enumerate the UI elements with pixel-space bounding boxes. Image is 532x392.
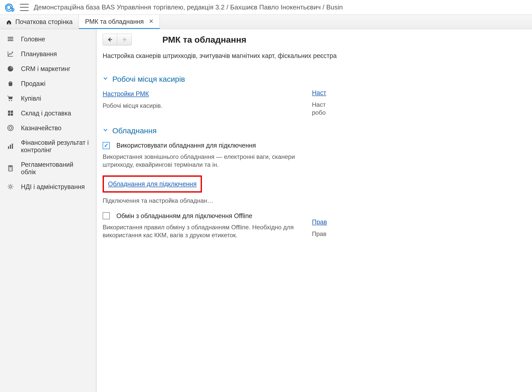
sidebar-item-label: Склад і доставка <box>21 110 71 117</box>
tab-label: Початкова сторінка <box>15 18 72 26</box>
sidebar-item-crm[interactable]: CRM і маркетинг <box>0 61 96 76</box>
sidebar-item-label: Головне <box>21 35 45 43</box>
sidebar-item-planning[interactable]: Планування <box>0 46 96 61</box>
sidebar-item-finance[interactable]: Фінансовий результат і контролінг <box>0 135 96 157</box>
calc-icon <box>7 164 14 172</box>
svg-point-20 <box>9 186 12 188</box>
gear-icon <box>7 183 14 191</box>
use-equipment-desc: Використання зовнішнього обладнання — ел… <box>103 153 307 169</box>
sidebar-item-admin[interactable]: НДІ і адміністрування <box>0 179 96 194</box>
checkbox-label: Обмін з обладнанням для підключення Offl… <box>116 212 252 220</box>
grid-icon <box>7 109 14 117</box>
sidebar-item-label: CRM і маркетинг <box>21 65 70 73</box>
close-icon[interactable]: ✕ <box>149 18 153 25</box>
topbar: Демонстраційна база BAS Управління торгі… <box>0 0 532 15</box>
tab-rmk[interactable]: РМК та обладнання ✕ <box>79 15 160 29</box>
coin-icon <box>7 124 14 132</box>
svg-point-4 <box>11 100 12 101</box>
svg-rect-0 <box>8 37 13 38</box>
checkbox-offline-exchange[interactable] <box>103 212 110 219</box>
nav-forward-button[interactable] <box>117 34 131 45</box>
svg-rect-15 <box>9 166 12 167</box>
sidebar-item-label: Планування <box>21 50 57 58</box>
sidebar-item-label: Казначейство <box>21 124 62 132</box>
svg-point-19 <box>11 169 12 170</box>
link-rmk-right[interactable]: Наст <box>312 89 326 96</box>
svg-rect-2 <box>8 40 13 41</box>
highlighted-link-box: Обладнання для підключення <box>103 175 202 193</box>
pie-icon <box>7 65 14 73</box>
connect-desc: Підключення та настройка обладнан… <box>103 197 307 205</box>
app-logo <box>5 3 15 12</box>
section-cashier-header[interactable]: Робочі місця касирів <box>103 75 307 84</box>
sidebar-item-treasury[interactable]: Казначейство <box>0 121 96 135</box>
svg-rect-1 <box>8 39 13 39</box>
svg-rect-5 <box>8 111 10 113</box>
svg-rect-13 <box>12 144 13 149</box>
nav-back-button[interactable] <box>103 34 117 45</box>
home-icon <box>6 19 12 25</box>
sidebar-item-warehouse[interactable]: Склад і доставка <box>0 106 96 121</box>
svg-point-16 <box>9 168 10 169</box>
tab-home[interactable]: Початкова сторінка <box>0 15 79 29</box>
svg-point-3 <box>9 100 10 101</box>
bars-icon <box>7 142 14 150</box>
sidebar-item-main[interactable]: Головне <box>0 32 96 46</box>
checkbox-use-equipment[interactable] <box>103 142 110 149</box>
rmk-desc: Робочі місця касирів. <box>103 102 307 110</box>
section-equipment-header[interactable]: Обладнання <box>103 126 307 135</box>
chart-line-icon <box>7 50 14 58</box>
svg-rect-8 <box>11 113 13 116</box>
sidebar-item-purchases[interactable]: Купівлі <box>0 91 96 106</box>
svg-rect-12 <box>10 145 11 149</box>
svg-point-18 <box>9 169 10 170</box>
link-rmk-settings[interactable]: Настройки РМК <box>103 90 149 97</box>
link-equipment-connect[interactable]: Обладнання для підключення <box>108 180 197 187</box>
sidebar-item-accounting[interactable]: Регламентований облік <box>0 157 96 179</box>
link-rules-right[interactable]: Прав <box>312 218 327 225</box>
tabsbar: Початкова сторінка РМК та обладнання ✕ <box>0 15 532 29</box>
svg-rect-11 <box>8 146 9 149</box>
offline-desc: Використання правил обміну з обладнанням… <box>103 223 307 239</box>
rules-right-desc: Прав <box>312 230 414 238</box>
cart-icon <box>7 94 14 102</box>
page-subtitle: Настройка сканерів штрихкодів, зчитувачі… <box>103 52 532 60</box>
chevron-down-icon <box>103 76 108 83</box>
app-title: Демонстраційна база BAS Управління торгі… <box>34 3 343 11</box>
tab-label: РМК та обладнання <box>85 18 144 25</box>
svg-rect-7 <box>8 113 10 116</box>
sidebar-item-sales[interactable]: Продажі <box>0 76 96 91</box>
svg-point-17 <box>11 168 12 169</box>
chevron-down-icon <box>103 127 108 134</box>
nav-buttons <box>103 34 132 45</box>
sidebar-item-label: Фінансовий результат і контролінг <box>21 139 89 154</box>
svg-rect-6 <box>11 111 13 113</box>
menu-icon <box>7 35 14 43</box>
checkbox-label: Використовувати обладнання для підключен… <box>116 142 256 149</box>
sidebar-item-label: Купівлі <box>21 95 41 102</box>
sidebar-item-label: Регламентований облік <box>21 161 89 176</box>
rmk-right-desc: Наст робо <box>312 101 414 116</box>
sidebar-item-label: НДІ і адміністрування <box>21 183 85 191</box>
section-title: Обладнання <box>112 126 157 135</box>
sidebar: Головне Планування CRM і маркетинг Прода… <box>0 29 96 392</box>
content-area: РМК та обладнання Настройка сканерів штр… <box>96 29 532 392</box>
sidebar-item-label: Продажі <box>21 80 45 87</box>
svg-point-10 <box>9 127 12 129</box>
section-title: Робочі місця касирів <box>112 75 185 84</box>
page-title: РМК та обладнання <box>162 35 246 45</box>
hamburger-icon[interactable] <box>20 4 29 11</box>
svg-point-9 <box>8 125 13 131</box>
bag-icon <box>7 80 14 87</box>
